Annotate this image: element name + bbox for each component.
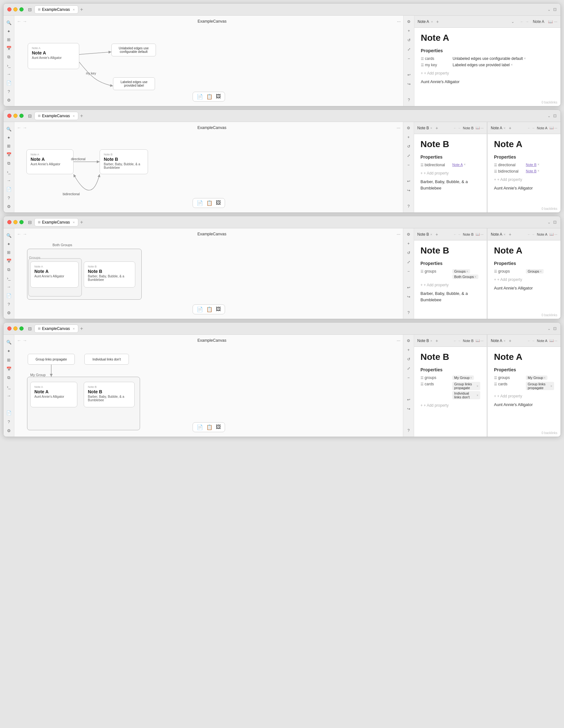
nav-icon-file[interactable]: 📄 bbox=[5, 79, 13, 87]
canvas-fwd-2[interactable]: → bbox=[23, 125, 27, 130]
tab-canvas-2[interactable]: ⊞ ExampleCanvas × bbox=[34, 112, 78, 120]
nav-settings-4[interactable]: ⚙ bbox=[5, 426, 13, 435]
toolbar-btn1-3[interactable]: 📄 bbox=[197, 306, 203, 312]
sidebar-toggle[interactable]: ⊟ bbox=[28, 7, 32, 12]
pa4-more[interactable]: ··· bbox=[554, 339, 557, 343]
nav-settings-2[interactable]: ⚙ bbox=[5, 203, 13, 211]
tab-canvas-close-2[interactable]: × bbox=[73, 114, 75, 118]
pa4-fwd[interactable]: → bbox=[532, 339, 535, 343]
canvas-back-2[interactable]: ← bbox=[17, 125, 21, 130]
link-noteB-bidir[interactable]: Note B bbox=[526, 169, 537, 173]
split-view-button[interactable]: ⊡ bbox=[553, 7, 557, 12]
rt3-redo[interactable]: ↪ bbox=[404, 293, 413, 301]
tab-canvas-close-3[interactable]: × bbox=[73, 220, 75, 224]
maximize-button[interactable] bbox=[19, 7, 24, 11]
nav-file-2[interactable]: 📄 bbox=[5, 186, 13, 194]
rt3-plus[interactable]: + bbox=[404, 239, 413, 248]
panel-more-icon[interactable]: ··· bbox=[554, 19, 557, 24]
nav-search-4[interactable]: 🔍 bbox=[5, 338, 13, 346]
canvas-more-btn[interactable]: ··· bbox=[397, 19, 401, 24]
maximize-button-2[interactable] bbox=[19, 114, 24, 118]
pb4-back[interactable]: ← bbox=[453, 339, 457, 343]
nav-icon-grid[interactable]: ⊞ bbox=[5, 36, 13, 44]
close-il-b4[interactable]: × bbox=[476, 394, 478, 397]
rt3-minus[interactable]: − bbox=[404, 267, 413, 275]
nav-icon-terminal[interactable]: ›_ bbox=[5, 61, 13, 69]
minimize-button[interactable] bbox=[13, 7, 18, 11]
rt-refresh[interactable]: ↺ bbox=[405, 36, 413, 44]
add-tab-a3[interactable]: + bbox=[507, 232, 512, 237]
canvas-node-b2[interactable]: Note B Note B Barber, Baby, Bubble, & a … bbox=[100, 149, 148, 174]
split-view-2[interactable]: ⊡ bbox=[553, 113, 557, 118]
canvas-node-b3[interactable]: Note B Note B Barber, Baby, Bubble, & a … bbox=[84, 261, 135, 288]
rt4-redo[interactable]: ↪ bbox=[404, 405, 413, 413]
panel-tab-b4[interactable]: Note B × bbox=[417, 339, 432, 343]
nav-terminal-4[interactable]: ›_ bbox=[5, 382, 13, 391]
close-gl-b4[interactable]: × bbox=[476, 384, 478, 388]
rt4-help[interactable]: ? bbox=[404, 426, 413, 435]
nav-arrow-2[interactable]: → bbox=[5, 176, 13, 184]
nav-search-3[interactable]: 🔍 bbox=[5, 232, 13, 239]
rt3-undo[interactable]: ↩ bbox=[404, 283, 413, 292]
close-button-2[interactable] bbox=[7, 114, 11, 118]
rt2-refresh[interactable]: ↺ bbox=[404, 142, 413, 151]
pb3-more[interactable]: ··· bbox=[481, 232, 483, 236]
close-gl-a4[interactable]: × bbox=[550, 384, 552, 388]
nav-icon-graph[interactable]: ✦ bbox=[5, 27, 13, 35]
nav-icon-settings[interactable]: ⚙ bbox=[5, 96, 13, 104]
toolbar-media[interactable]: 🖼 bbox=[216, 94, 221, 100]
close-mygroup-a4[interactable]: × bbox=[544, 376, 546, 380]
toolbar-duplicate[interactable]: 📋 bbox=[206, 94, 213, 100]
tab-b4-close[interactable]: × bbox=[430, 339, 432, 343]
nav-arrow-4[interactable]: → bbox=[5, 391, 13, 400]
sidebar-toggle-2[interactable]: ⊟ bbox=[28, 113, 32, 118]
rt3-gear[interactable]: ⚙ bbox=[404, 230, 413, 239]
maximize-button-4[interactable] bbox=[19, 326, 24, 331]
canvas-node-a4[interactable]: Note A Note A Aunt Annie's Alligator bbox=[30, 382, 77, 407]
add-tab-b2[interactable]: + bbox=[434, 125, 439, 131]
close-noteB-dir[interactable]: × bbox=[538, 163, 539, 167]
sidebar-toggle-4[interactable]: ⊟ bbox=[28, 326, 32, 331]
nav-settings-3[interactable]: ⚙ bbox=[5, 309, 13, 317]
rt-plus[interactable]: + bbox=[405, 27, 413, 35]
pa2-back[interactable]: ← bbox=[527, 126, 531, 130]
nav-graph-4[interactable]: ✦ bbox=[5, 347, 13, 355]
toolbar-btn3-2[interactable]: 🖼 bbox=[216, 200, 221, 206]
add-prop-a2[interactable]: + + Add property bbox=[494, 177, 554, 182]
rt4-gear[interactable]: ⚙ bbox=[404, 337, 413, 345]
toolbar-btn2-2[interactable]: 📋 bbox=[206, 200, 213, 206]
canvas-back-4[interactable]: ← bbox=[17, 338, 21, 343]
minimize-button-2[interactable] bbox=[13, 114, 18, 118]
tab-example-canvas[interactable]: ⊞ ExampleCanvas × bbox=[34, 5, 78, 14]
toolbar-btn1-4[interactable]: 📄 bbox=[197, 424, 203, 430]
canvas-back-3[interactable]: ← bbox=[17, 232, 21, 237]
nav-help-4[interactable]: ? bbox=[5, 418, 13, 426]
prop-val-close-cards[interactable]: × bbox=[524, 56, 526, 61]
add-tab-b3[interactable]: + bbox=[434, 232, 439, 237]
add-tab-2[interactable]: + bbox=[78, 113, 85, 119]
pa2-book[interactable]: 📖 bbox=[549, 126, 554, 130]
pb3-book[interactable]: 📖 bbox=[475, 232, 480, 236]
panel-nav-fwd[interactable]: → bbox=[525, 19, 529, 24]
rt-minus[interactable]: − bbox=[405, 54, 413, 63]
nav-icon-layers[interactable]: ⧉ bbox=[5, 53, 13, 61]
canvas-fwd-btn[interactable]: → bbox=[23, 19, 27, 24]
nav-icon-calendar[interactable]: 📅 bbox=[5, 44, 13, 52]
nav-icon-search[interactable]: 🔍 bbox=[5, 19, 13, 27]
tab-dropdown-2[interactable]: ⌄ bbox=[547, 114, 551, 118]
pa3-fwd[interactable]: → bbox=[532, 232, 535, 236]
nav-graph-3[interactable]: ✦ bbox=[5, 240, 13, 248]
rt2-gear[interactable]: ⚙ bbox=[404, 124, 413, 132]
tab-a2-close[interactable]: × bbox=[503, 126, 505, 130]
rt3-refresh[interactable]: ↺ bbox=[404, 249, 413, 257]
tab-dropdown-3[interactable]: ⌄ bbox=[547, 220, 551, 225]
toolbar-btn2-3[interactable]: 📋 bbox=[206, 306, 213, 312]
rt2-plus[interactable]: + bbox=[404, 133, 413, 141]
rt3-help[interactable]: ? bbox=[404, 309, 413, 317]
rt-help[interactable]: ? bbox=[405, 96, 413, 104]
pa3-book[interactable]: 📖 bbox=[549, 232, 554, 236]
rt-expand[interactable]: ⤢ bbox=[405, 45, 413, 54]
add-tab-a4[interactable]: + bbox=[507, 338, 512, 343]
nav-help-2[interactable]: ? bbox=[5, 194, 13, 202]
pb4-fwd[interactable]: → bbox=[457, 339, 461, 343]
